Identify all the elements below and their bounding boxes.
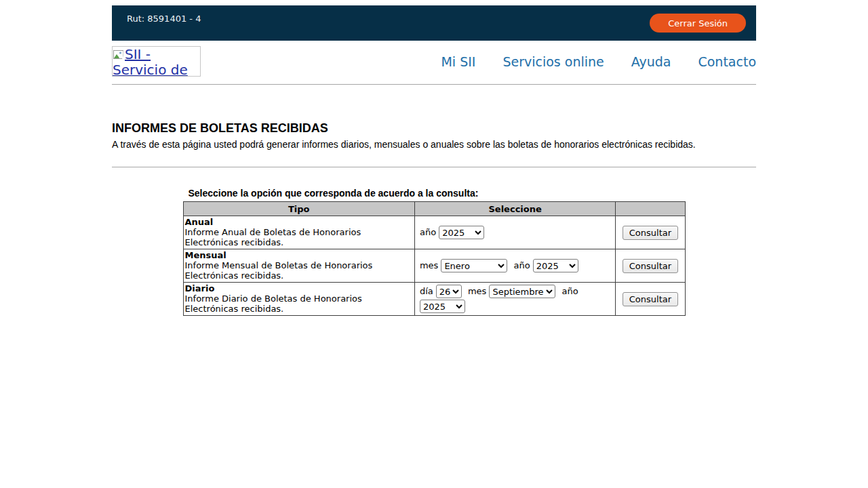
table-row-anual: AnualInforme Anual de Boletas de Honorar… bbox=[183, 216, 685, 249]
anual-year-label: año bbox=[420, 227, 436, 237]
diario-year-select[interactable]: 2025 bbox=[420, 300, 465, 313]
row-desc-anual: Informe Anual de Boletas de Honorarios E… bbox=[185, 227, 361, 247]
main-nav: Mi SII Servicios online Ayuda Contacto bbox=[441, 54, 756, 69]
table-header-row: Tipo Seleccione bbox=[183, 202, 685, 216]
action-cell-diario: Consultar bbox=[616, 283, 685, 316]
diario-month-select[interactable]: Septiembre bbox=[489, 285, 555, 298]
table-row-diario: DiarioInforme Diario de Boletas de Honor… bbox=[183, 283, 685, 316]
diario-day-label: día bbox=[420, 286, 433, 296]
diario-controls-line1: día26 mesSeptiembre año bbox=[420, 285, 612, 298]
diario-year-label: año bbox=[562, 286, 578, 296]
row-title-anual: Anual bbox=[185, 217, 412, 227]
logout-button[interactable]: Cerrar Sesión bbox=[650, 14, 746, 33]
action-cell-mensual: Consultar bbox=[616, 249, 685, 283]
page-title: INFORMES DE BOLETAS RECIBIDAS bbox=[112, 121, 756, 136]
informes-table: Tipo Seleccione AnualInforme Anual de Bo… bbox=[183, 201, 686, 316]
nav-mi-sii[interactable]: Mi SII bbox=[441, 54, 475, 69]
consulta-section: Seleccione la opción que corresponda de … bbox=[183, 188, 686, 316]
page-container: Rut: 8591401 - 4 Cerrar Sesión SII - Ser… bbox=[112, 5, 756, 316]
action-cell-anual: Consultar bbox=[616, 216, 685, 249]
mensual-month-select[interactable]: Enero bbox=[441, 259, 507, 272]
row-title-diario: Diario bbox=[185, 283, 412, 293]
tipo-cell-diario: DiarioInforme Diario de Boletas de Honor… bbox=[183, 283, 414, 316]
tipo-cell-mensual: MensualInforme Mensual de Boletas de Hon… bbox=[183, 249, 414, 283]
sii-logo-link[interactable]: SII - Servicio de bbox=[112, 46, 201, 77]
session-topbar: Rut: 8591401 - 4 Cerrar Sesión bbox=[112, 5, 756, 41]
col-header-action bbox=[616, 202, 685, 216]
row-desc-mensual: Informe Mensual de Boletas de Honorarios… bbox=[185, 260, 373, 281]
row-desc-diario: Informe Diario de Boletas de Honorarios … bbox=[185, 293, 362, 314]
page-description: A través de esta página usted podrá gene… bbox=[112, 139, 756, 150]
anual-year-select[interactable]: 2025 bbox=[439, 226, 484, 239]
mensual-year-label: año bbox=[514, 260, 530, 270]
table-row-mensual: MensualInforme Mensual de Boletas de Hon… bbox=[183, 249, 685, 283]
rut-label: Rut: 8591401 - 4 bbox=[127, 14, 201, 24]
seleccione-cell-anual: año2025 bbox=[414, 216, 615, 249]
diario-day-select[interactable]: 26 bbox=[436, 285, 462, 298]
table-caption: Seleccione la opción que corresponda de … bbox=[183, 188, 686, 199]
divider bbox=[112, 167, 756, 167]
mensual-year-select[interactable]: 2025 bbox=[533, 259, 578, 272]
seleccione-cell-diario: día26 mesSeptiembre año 2025 bbox=[414, 283, 615, 316]
diario-month-label: mes bbox=[468, 286, 486, 296]
tipo-cell-anual: AnualInforme Anual de Boletas de Honorar… bbox=[183, 216, 414, 249]
nav-ayuda[interactable]: Ayuda bbox=[631, 54, 671, 69]
row-title-mensual: Mensual bbox=[185, 250, 412, 260]
consultar-diario-button[interactable]: Consultar bbox=[623, 292, 678, 306]
nav-servicios-online[interactable]: Servicios online bbox=[502, 54, 604, 69]
diario-controls-line2: 2025 bbox=[420, 300, 612, 313]
col-header-seleccione: Seleccione bbox=[414, 202, 615, 216]
mensual-month-label: mes bbox=[420, 260, 438, 270]
site-header: SII - Servicio de Mi SII Servicios onlin… bbox=[112, 46, 756, 85]
consultar-mensual-button[interactable]: Consultar bbox=[623, 259, 678, 273]
consultar-anual-button[interactable]: Consultar bbox=[623, 226, 678, 240]
col-header-tipo: Tipo bbox=[183, 202, 414, 216]
broken-image-icon bbox=[113, 47, 124, 62]
nav-contacto[interactable]: Contacto bbox=[698, 54, 756, 69]
seleccione-cell-mensual: mesEnero año2025 bbox=[414, 249, 615, 283]
